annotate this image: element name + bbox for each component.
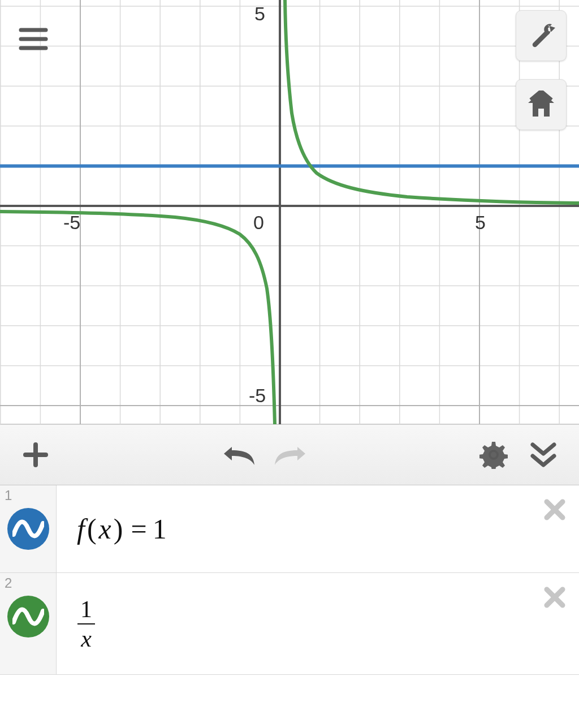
expression-index-col: 2: [0, 573, 57, 674]
wave-icon: [12, 605, 44, 628]
expression-content[interactable]: f ( x ) = 1: [57, 485, 579, 572]
graph-svg: [0, 0, 579, 424]
expression-list: 1 f ( x ) = 1 2: [0, 485, 579, 675]
graph-canvas[interactable]: 5 -5 -5 0 5: [0, 0, 579, 424]
add-expression-button[interactable]: [16, 435, 55, 475]
menu-button[interactable]: [8, 14, 59, 64]
undo-icon: [222, 442, 257, 467]
delete-expression-button[interactable]: [541, 496, 569, 524]
frac-den: x: [77, 623, 95, 651]
undo-button[interactable]: [219, 435, 259, 475]
expression-color-badge[interactable]: [7, 508, 49, 550]
collapse-list-button[interactable]: [524, 435, 563, 475]
expression-row[interactable]: 1 f ( x ) = 1: [0, 485, 579, 573]
x-tick-pos: 5: [475, 212, 486, 234]
list-settings-button[interactable]: [474, 435, 513, 475]
expr-fn: f: [77, 512, 85, 545]
expr-eq: =: [125, 512, 152, 545]
frac-num: 1: [77, 597, 96, 623]
expression-color-badge[interactable]: [7, 596, 49, 637]
home-button[interactable]: [516, 79, 567, 130]
delete-expression-button[interactable]: [541, 583, 569, 611]
expression-index: 1: [5, 488, 12, 503]
graph-settings-button[interactable]: [516, 10, 567, 61]
y-tick-pos: 5: [254, 3, 265, 25]
plus-icon: [22, 441, 49, 468]
expression-index: 2: [5, 575, 12, 591]
redo-icon: [273, 442, 308, 467]
x-tick-zero: 0: [253, 212, 264, 234]
wave-icon: [12, 518, 44, 540]
x-tick-neg: -5: [63, 212, 80, 234]
y-tick-neg: -5: [249, 385, 266, 407]
hamburger-icon: [19, 27, 48, 51]
expr-rhs: 1: [153, 512, 167, 545]
close-icon: [543, 586, 566, 609]
expression-toolbar: [0, 424, 579, 485]
close-icon: [543, 498, 566, 521]
expression-content[interactable]: 1 x: [57, 573, 579, 674]
gear-icon: [479, 441, 508, 469]
wrench-icon: [527, 21, 555, 50]
expression-index-col: 1: [0, 485, 57, 572]
expression-row[interactable]: 2 1 x: [0, 573, 579, 675]
home-icon: [526, 91, 556, 119]
series-reciprocal: [0, 0, 579, 424]
expr-arg: x: [99, 512, 111, 545]
redo-button[interactable]: [270, 435, 310, 475]
expr-fraction: 1 x: [77, 597, 96, 651]
chevron-double-down-icon: [529, 441, 558, 468]
